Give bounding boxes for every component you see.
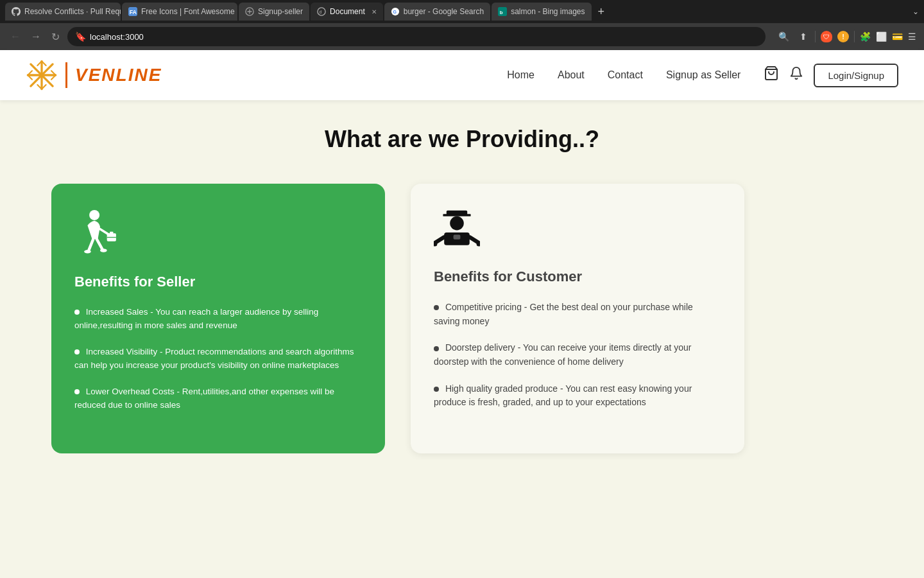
section-title: What are we Providing..? bbox=[51, 126, 873, 153]
svg-point-25 bbox=[89, 210, 99, 220]
main-content: What are we Providing..? bbox=[0, 100, 924, 492]
svg-line-30 bbox=[89, 239, 93, 250]
navbar: VENLINE Home About Contact Signup as Sel… bbox=[0, 50, 924, 100]
tab-signup-label: Signup-seller bbox=[258, 7, 303, 16]
svg-point-32 bbox=[84, 250, 91, 253]
logo-area[interactable]: VENLINE bbox=[26, 59, 162, 91]
notification-button[interactable] bbox=[789, 66, 803, 85]
svg-rect-38 bbox=[454, 235, 461, 240]
seller-card: Benefits for Seller Increased Sales - Yo… bbox=[51, 184, 385, 453]
bullet-icon bbox=[434, 346, 439, 351]
customer-benefit-1: Competitive pricing - Get the best deal … bbox=[434, 301, 721, 328]
nav-actions: Login/Signup bbox=[764, 64, 898, 87]
seller-benefit-1: Increased Sales - You can reach a larger… bbox=[74, 306, 362, 333]
svg-point-33 bbox=[100, 249, 107, 252]
svg-text:d: d bbox=[320, 10, 322, 14]
tab-github-label: Resolve Conflicts · Pull Request bbox=[24, 7, 121, 16]
tabs-chevron-icon[interactable]: ⌄ bbox=[912, 7, 919, 16]
tab-google-label: burger - Google Search bbox=[404, 7, 484, 16]
nav-about[interactable]: About bbox=[558, 69, 585, 81]
browser-actions: 🔍 ⬆ 🛡 ! 🧩 ⬜ 💳 ☰ bbox=[776, 29, 916, 44]
seller-card-title: Benefits for Seller bbox=[74, 274, 362, 290]
menu-icon[interactable]: ☰ bbox=[908, 31, 916, 42]
share-icon[interactable]: ⬆ bbox=[797, 29, 810, 44]
address-text: localhost:3000 bbox=[90, 32, 144, 42]
nav-links: Home About Contact Signup as Seller bbox=[507, 69, 740, 81]
tab-bing-label: salmon - Bing images bbox=[511, 7, 585, 16]
address-input-wrap[interactable]: 🔖 localhost:3000 bbox=[67, 27, 766, 46]
svg-rect-28 bbox=[110, 232, 113, 234]
brave-shield-icon[interactable]: 🛡 bbox=[821, 31, 832, 42]
svg-line-31 bbox=[97, 239, 103, 249]
search-icon[interactable]: 🔍 bbox=[776, 29, 792, 44]
svg-rect-35 bbox=[443, 214, 470, 216]
customer-benefit-3: High quality graded produce - You can re… bbox=[434, 382, 721, 410]
forward-button[interactable]: → bbox=[28, 28, 44, 45]
svg-line-40 bbox=[470, 237, 479, 243]
bullet-icon bbox=[74, 349, 80, 355]
svg-point-36 bbox=[450, 216, 464, 231]
tab-signup[interactable]: Signup-seller bbox=[239, 3, 309, 21]
address-bar: ← → ↻ 🔖 localhost:3000 🔍 ⬆ 🛡 ! 🧩 ⬜ 💳 ☰ bbox=[0, 23, 924, 50]
reload-button[interactable]: ↻ bbox=[49, 28, 62, 46]
logo-divider bbox=[65, 62, 67, 88]
logo-text: VENLINE bbox=[75, 65, 162, 85]
login-signup-button[interactable]: Login/Signup bbox=[814, 64, 898, 87]
bullet-icon bbox=[74, 389, 80, 394]
svg-text:G: G bbox=[393, 10, 397, 14]
bullet-icon bbox=[74, 310, 80, 315]
nav-home[interactable]: Home bbox=[507, 69, 535, 81]
cards-row: Benefits for Seller Increased Sales - Yo… bbox=[51, 184, 873, 453]
tab-google[interactable]: G burger - Google Search bbox=[384, 3, 490, 21]
customer-benefit-2: Doorstep delivery - You can receive your… bbox=[434, 341, 721, 369]
logo-snowflake-icon bbox=[26, 59, 58, 91]
bullet-icon bbox=[434, 387, 439, 392]
new-tab-button[interactable]: + bbox=[593, 5, 610, 19]
tab-fontawesome-label: Free Icons | Font Awesome bbox=[141, 7, 235, 16]
seller-benefit-2: Increased Visibility - Product recommend… bbox=[74, 346, 362, 372]
customer-icon bbox=[434, 209, 480, 256]
nav-contact[interactable]: Contact bbox=[608, 69, 643, 81]
split-view-icon[interactable]: ⬜ bbox=[876, 31, 887, 42]
bookmark-icon: 🔖 bbox=[75, 31, 86, 42]
tab-github[interactable]: Resolve Conflicts · Pull Request bbox=[5, 3, 121, 21]
app-wrapper: VENLINE Home About Contact Signup as Sel… bbox=[0, 50, 924, 578]
wallet-icon[interactable]: 💳 bbox=[892, 31, 903, 42]
nav-signup-seller[interactable]: Signup as Seller bbox=[666, 69, 741, 81]
tab-close-icon[interactable]: ✕ bbox=[372, 8, 377, 15]
svg-line-26 bbox=[98, 227, 108, 234]
seller-icon bbox=[74, 209, 126, 261]
browser-tabs: Resolve Conflicts · Pull Request FA Free… bbox=[0, 0, 924, 23]
tab-bing[interactable]: b salmon - Bing images bbox=[492, 3, 591, 21]
seller-benefit-3: Lower Overhead Costs - Rent,utilities,an… bbox=[74, 385, 362, 412]
tab-document-label: Document bbox=[330, 7, 365, 16]
tab-fontawesome[interactable]: FA Free Icons | Font Awesome bbox=[122, 3, 237, 21]
svg-text:FA: FA bbox=[130, 9, 137, 15]
warning-icon[interactable]: ! bbox=[837, 31, 849, 42]
tab-document[interactable]: d Document ✕ bbox=[311, 3, 383, 21]
bullet-icon bbox=[434, 305, 439, 310]
customer-card: Benefits for Customer Competitive pricin… bbox=[411, 184, 744, 453]
extensions-icon[interactable]: 🧩 bbox=[860, 31, 871, 42]
svg-line-39 bbox=[435, 237, 444, 243]
browser-chrome: Resolve Conflicts · Pull Request FA Free… bbox=[0, 0, 924, 50]
customer-card-title: Benefits for Customer bbox=[434, 268, 721, 285]
back-button[interactable]: ← bbox=[8, 28, 23, 45]
cart-button[interactable] bbox=[764, 66, 779, 85]
svg-text:b: b bbox=[500, 10, 503, 15]
